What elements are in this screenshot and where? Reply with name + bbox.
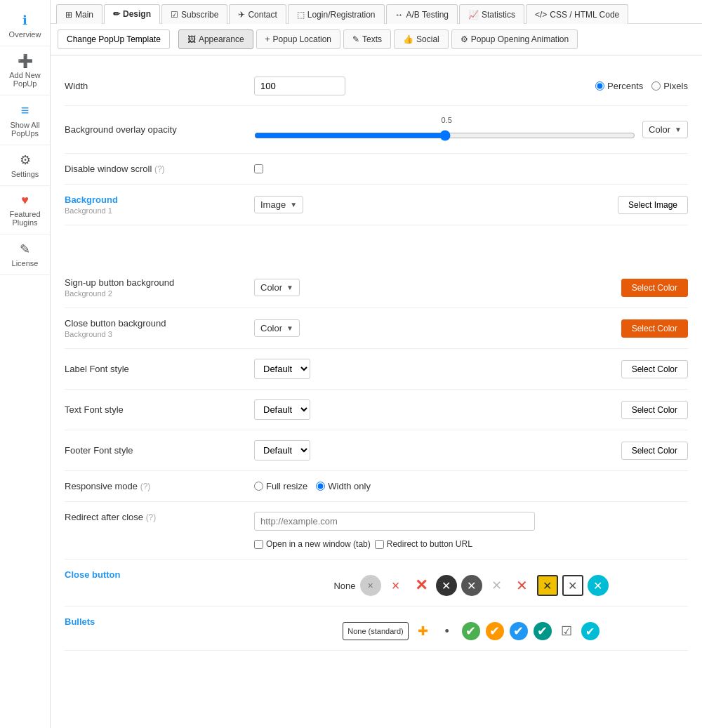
close-option-black-circle[interactable]: ✕: [436, 575, 457, 596]
background-type-label: Image: [260, 199, 286, 210]
location-icon: +: [265, 34, 270, 44]
tab-subscribe-label: Subscribe: [181, 10, 218, 20]
close-option-gray-circle[interactable]: ×: [360, 575, 381, 596]
close-option-red-x3[interactable]: ✕: [512, 575, 533, 596]
statistics-tab-icon: 📈: [468, 10, 479, 20]
close-option-gray-x[interactable]: ✕: [486, 575, 508, 596]
text-font-color-button[interactable]: Select Color: [621, 401, 688, 419]
sub-tab-texts-label: Texts: [362, 34, 382, 44]
label-font-color-button[interactable]: Select Color: [621, 360, 688, 378]
opacity-slider[interactable]: [254, 130, 635, 141]
footer-font-label: Footer Font style: [65, 445, 247, 456]
close-option-red-x1[interactable]: ×: [385, 575, 406, 596]
responsive-label: Responsive mode (?): [65, 481, 247, 491]
bullet-plus[interactable]: ✚: [414, 622, 432, 640]
sub-tab-social[interactable]: 👍 Social: [394, 29, 449, 49]
width-label: Width: [65, 81, 247, 91]
width-input[interactable]: [254, 77, 345, 95]
bg-dropdown-arrow-icon: ▼: [290, 201, 297, 209]
signup-bg-label: Sign-up button background Background 2: [65, 277, 247, 298]
tab-design[interactable]: ✏ Design: [104, 4, 160, 24]
label-font-select[interactable]: Default: [254, 359, 310, 379]
bullet-green-check[interactable]: ✔: [462, 622, 480, 640]
appearance-icon: 🖼: [187, 34, 196, 44]
tab-ab-testing[interactable]: ↔ A/B Testing: [386, 4, 458, 24]
text-font-label-text: Text Font style: [65, 404, 124, 415]
sidebar-item-license[interactable]: ✎ License: [0, 234, 50, 275]
license-icon: ✎: [20, 241, 30, 257]
tab-css-html[interactable]: </> CSS / HTML Code: [526, 4, 628, 24]
pixels-label: Pixels: [663, 81, 688, 91]
redirect-row: Redirect after close (?) Open in a new w…: [65, 502, 688, 560]
sidebar-item-settings[interactable]: ⚙ Settings: [0, 145, 50, 186]
redirect-help-icon: (?): [146, 512, 157, 522]
sub-tab-texts[interactable]: ✎ Texts: [343, 29, 391, 49]
redirect-button-url-checkbox[interactable]: [375, 540, 384, 549]
redirect-url-input[interactable]: [254, 512, 535, 531]
change-template-button[interactable]: Change PopUp Template: [58, 29, 170, 49]
sub-tab-appearance[interactable]: 🖼 Appearance: [178, 29, 253, 49]
footer-font-color-button[interactable]: Select Color: [621, 442, 688, 460]
background-type-dropdown[interactable]: Image ▼: [254, 196, 303, 213]
close-option-dark-circle[interactable]: ✕: [461, 575, 482, 596]
width-action: Percents Pixels: [595, 81, 688, 91]
percents-radio[interactable]: [595, 81, 604, 91]
bullet-teal-check[interactable]: ✔: [534, 622, 552, 640]
width-only-option[interactable]: Width only: [316, 481, 371, 491]
close-option-red-x2[interactable]: ✕: [411, 575, 432, 596]
sub-tab-popup-location[interactable]: + Popup Location: [256, 29, 340, 49]
bullet-none-standard[interactable]: None (standard): [343, 622, 409, 640]
tab-css-label: CSS / HTML Code: [550, 10, 619, 20]
select-image-button[interactable]: Select Image: [618, 196, 688, 214]
full-resize-option[interactable]: Full resize: [254, 481, 307, 491]
pixels-option[interactable]: Pixels: [651, 81, 688, 91]
close-select-color-button[interactable]: Select Color: [621, 319, 688, 338]
close-bg-type-dropdown[interactable]: Color ▼: [254, 319, 300, 337]
redirect-button-url-option[interactable]: Redirect to button URL: [375, 539, 472, 549]
bullet-dot[interactable]: •: [438, 622, 456, 640]
disable-scroll-checkbox[interactable]: [254, 164, 263, 173]
bullets-control: None (standard) ✚ • ✔ ✔ ✔ ✔ ☑ ✔: [254, 616, 688, 640]
design-tab-icon: ✏: [113, 9, 120, 19]
open-new-window-checkbox[interactable]: [254, 540, 263, 549]
close-option-yellow-sq[interactable]: ✕: [537, 575, 558, 596]
gear-icon: ⚙: [20, 152, 31, 168]
close-bg-dropdown-arrow-icon: ▼: [286, 324, 293, 332]
sidebar: ℹ Overview ➕ Add New PopUp ≡ Show All Po…: [0, 0, 51, 728]
tab-main[interactable]: ⊞ Main: [56, 4, 102, 24]
close-option-cyan-circle[interactable]: ✕: [588, 575, 609, 596]
tab-statistics[interactable]: 📈 Statistics: [459, 4, 524, 24]
footer-font-select[interactable]: Default: [254, 440, 310, 461]
overlay-opacity-label: Background overlay opacity: [65, 124, 247, 135]
tab-contact[interactable]: ✈ Contact: [229, 4, 286, 24]
ab-tab-icon: ↔: [395, 10, 404, 20]
overlay-type-action: Color ▼: [642, 121, 688, 138]
percents-option[interactable]: Percents: [595, 81, 643, 91]
subscribe-tab-icon: ☑: [171, 10, 178, 20]
sidebar-item-add-new-popup[interactable]: ➕ Add New PopUp: [0, 46, 50, 95]
overlay-opacity-row: Background overlay opacity 0.5 Color ▼: [65, 106, 688, 154]
overlay-type-dropdown[interactable]: Color ▼: [642, 121, 688, 138]
bullet-orange-check[interactable]: ✔: [486, 622, 504, 640]
footer-font-action: Select Color: [621, 442, 688, 460]
width-only-radio[interactable]: [316, 482, 325, 491]
text-font-select[interactable]: Default: [254, 399, 310, 420]
bullet-checkbox[interactable]: ☑: [557, 622, 576, 640]
full-resize-radio[interactable]: [254, 482, 263, 491]
bullets-row: Bullets None (standard) ✚ • ✔ ✔ ✔ ✔ ☑ ✔: [65, 607, 688, 651]
label-font-label: Label Font style: [65, 364, 247, 374]
pixels-radio[interactable]: [651, 81, 661, 91]
tab-subscribe[interactable]: ☑ Subscribe: [161, 4, 227, 24]
signup-select-color-button[interactable]: Select Color: [621, 279, 688, 297]
bullet-teal-circle-check[interactable]: ✔: [581, 622, 600, 640]
sidebar-item-featured-plugins[interactable]: ♥ Featured Plugins: [0, 186, 50, 234]
tab-login[interactable]: ⬚ Login/Registration: [288, 4, 385, 24]
close-option-white-sq[interactable]: ✕: [562, 575, 583, 596]
sidebar-item-show-all-popups[interactable]: ≡ Show All PopUps: [0, 95, 50, 145]
bullet-blue-check[interactable]: ✔: [510, 622, 528, 640]
signup-bg-type-label: Color: [260, 282, 282, 293]
sidebar-item-overview[interactable]: ℹ Overview: [0, 6, 50, 46]
sub-tab-animation[interactable]: ⚙ Popup Opening Animation: [451, 29, 578, 49]
signup-bg-type-dropdown[interactable]: Color ▼: [254, 279, 300, 296]
open-new-window-option[interactable]: Open in a new window (tab): [254, 539, 371, 549]
